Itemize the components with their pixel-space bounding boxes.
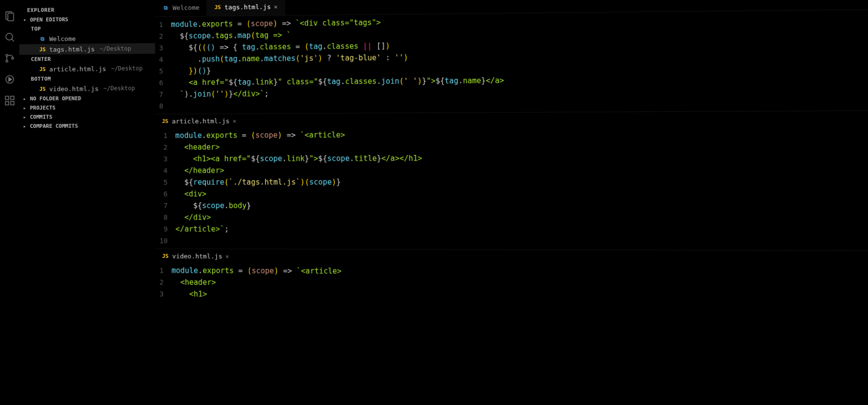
file-name: video.html.js bbox=[49, 85, 98, 93]
tab-welcome[interactable]: ⧉ Welcome bbox=[155, 0, 206, 16]
editor-area: ⧉ Welcome JS tags.html.js × 12345678 mod… bbox=[155, 0, 868, 405]
chevron-right-icon: ▸ bbox=[23, 105, 28, 111]
svg-point-6 bbox=[12, 57, 14, 59]
group-bottom: BOTTOM bbox=[19, 73, 155, 84]
tab-label: tags.html.js bbox=[225, 3, 271, 11]
tab-tags[interactable]: JS tags.html.js × bbox=[207, 0, 285, 16]
svg-rect-12 bbox=[11, 101, 14, 105]
close-icon[interactable]: × bbox=[232, 117, 236, 125]
line-numbers: 12345678910 bbox=[155, 130, 176, 247]
section-no-folder[interactable]: ▸ NO FOLDER OPENED bbox=[19, 94, 155, 104]
sidebar-title: EXPLORER bbox=[19, 4, 155, 15]
search-icon[interactable] bbox=[4, 31, 15, 43]
js-icon: JS bbox=[39, 85, 46, 93]
pane-file-name: article.html.js bbox=[172, 117, 230, 125]
files-icon[interactable] bbox=[4, 10, 15, 22]
chevron-right-icon: ▸ bbox=[23, 114, 28, 120]
open-editor-tags[interactable]: JS tags.html.js ~/Desktop bbox=[19, 43, 155, 55]
js-icon: JS bbox=[39, 65, 46, 73]
section-label: COMMITS bbox=[30, 114, 52, 120]
line-numbers: 12345678 bbox=[155, 19, 171, 112]
open-editor-welcome[interactable]: ⧉ Welcome bbox=[19, 32, 155, 44]
close-icon[interactable]: × bbox=[225, 252, 229, 260]
file-name: tags.html.js bbox=[49, 45, 95, 53]
section-label: NO FOLDER OPENED bbox=[30, 95, 81, 102]
js-icon: JS bbox=[161, 117, 169, 125]
svg-point-4 bbox=[6, 55, 8, 56]
js-icon: JS bbox=[39, 45, 46, 53]
editor-pane-center: JS article.html.js × 12345678910 module.… bbox=[155, 110, 868, 250]
debug-icon[interactable] bbox=[4, 73, 15, 85]
pane-file-name: video.html.js bbox=[172, 252, 222, 260]
file-path: ~/Desktop bbox=[103, 85, 135, 92]
vscode-icon: ⧉ bbox=[39, 35, 46, 42]
section-label: PROJECTS bbox=[30, 105, 55, 111]
activity-bar bbox=[0, 0, 19, 405]
tab-label: Welcome bbox=[173, 4, 200, 12]
svg-rect-1 bbox=[8, 13, 14, 21]
section-commits[interactable]: ▸ COMMITS bbox=[19, 112, 155, 122]
chevron-right-icon: ▸ bbox=[23, 96, 28, 101]
svg-rect-10 bbox=[11, 96, 14, 99]
file-path: ~/Desktop bbox=[111, 65, 143, 72]
editor-pane-top: 12345678 module.exports = (scope) => `<d… bbox=[155, 9, 868, 114]
section-label: COMPARE COMMITS bbox=[30, 123, 78, 129]
js-icon: JS bbox=[162, 252, 169, 260]
open-editors-label: OPEN EDITORS bbox=[30, 16, 68, 23]
explorer-sidebar: EXPLORER ▾ OPEN EDITORS TOP ⧉ Welcome JS… bbox=[19, 0, 156, 405]
chevron-right-icon: ▸ bbox=[23, 124, 28, 129]
chevron-down-icon: ▾ bbox=[23, 17, 28, 23]
svg-rect-9 bbox=[5, 96, 9, 99]
group-top: TOP bbox=[19, 23, 155, 34]
svg-point-2 bbox=[6, 33, 13, 40]
code-content[interactable]: module.exports = (scope) => `<article> <… bbox=[172, 265, 342, 301]
svg-point-5 bbox=[6, 60, 8, 62]
group-center: CENTER bbox=[19, 54, 155, 64]
source-control-icon[interactable] bbox=[4, 53, 15, 64]
line-numbers: 123 bbox=[156, 265, 172, 300]
js-icon: JS bbox=[214, 3, 221, 11]
vscode-icon: ⧉ bbox=[162, 4, 170, 12]
svg-rect-11 bbox=[5, 101, 9, 105]
section-projects[interactable]: ▸ PROJECTS bbox=[19, 103, 155, 112]
section-compare-commits[interactable]: ▸ COMPARE COMMITS bbox=[19, 121, 155, 131]
open-editor-video[interactable]: JS video.html.js ~/Desktop bbox=[19, 83, 155, 94]
code-content[interactable]: module.exports = (scope) => `<div class=… bbox=[171, 15, 504, 112]
file-name: Welcome bbox=[49, 35, 76, 42]
extensions-icon[interactable] bbox=[4, 95, 15, 106]
file-path: ~/Desktop bbox=[99, 45, 131, 53]
svg-marker-8 bbox=[9, 77, 12, 81]
close-icon[interactable]: × bbox=[274, 3, 278, 10]
file-name: article.html.js bbox=[49, 65, 106, 73]
open-editor-article[interactable]: JS article.html.js ~/Desktop bbox=[19, 63, 155, 74]
editor-pane-bottom: JS video.html.js × 123 module.exports = … bbox=[155, 249, 868, 306]
svg-line-3 bbox=[12, 39, 14, 42]
code-content[interactable]: module.exports = (scope) => `<article> <… bbox=[175, 129, 422, 247]
